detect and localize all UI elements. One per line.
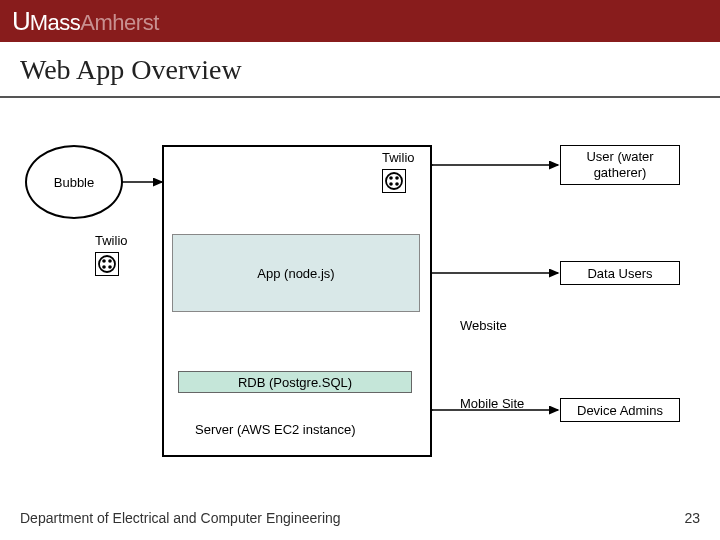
- header-bar: UMassAmherst: [0, 0, 720, 42]
- bubble-label: Bubble: [54, 175, 94, 190]
- mobile-site-label: Mobile Site: [460, 396, 524, 412]
- rdb-label: RDB (Postgre.SQL): [238, 375, 352, 390]
- svg-point-10: [99, 256, 115, 272]
- data-users-box: Data Users: [560, 261, 680, 285]
- svg-point-8: [389, 182, 393, 186]
- architecture-diagram: Bubble Twilio Twilio App (node.js) RDB (…: [0, 98, 720, 498]
- data-users-label: Data Users: [587, 266, 652, 281]
- page-number: 23: [684, 510, 700, 526]
- footer: Department of Electrical and Computer En…: [20, 510, 700, 526]
- svg-point-12: [108, 259, 112, 263]
- page-title: Web App Overview: [20, 54, 700, 86]
- title-section: Web App Overview: [0, 42, 720, 98]
- rdb-box: RDB (Postgre.SQL): [178, 371, 412, 393]
- twilio-top-label: Twilio: [382, 150, 415, 165]
- svg-point-13: [102, 265, 106, 269]
- svg-point-6: [389, 176, 393, 180]
- app-box: App (node.js): [172, 234, 420, 312]
- logo-amherst: Amherst: [80, 10, 158, 36]
- server-label: Server (AWS EC2 instance): [195, 422, 356, 437]
- device-admins-box: Device Admins: [560, 398, 680, 422]
- svg-point-7: [395, 176, 399, 180]
- twilio-left-label: Twilio: [95, 233, 128, 248]
- app-label: App (node.js): [257, 266, 334, 281]
- user-label: User (water gatherer): [561, 149, 679, 180]
- logo-u: U: [12, 6, 30, 37]
- svg-point-14: [108, 265, 112, 269]
- svg-point-9: [395, 182, 399, 186]
- svg-point-5: [386, 173, 402, 189]
- device-admins-label: Device Admins: [577, 403, 663, 418]
- mobile-text: Mobile Site: [460, 396, 524, 411]
- department-label: Department of Electrical and Computer En…: [20, 510, 341, 526]
- bubble-node: Bubble: [25, 145, 123, 219]
- website-label: Website: [460, 318, 507, 333]
- umass-logo: UMassAmherst: [12, 6, 159, 37]
- twilio-icon: [95, 252, 119, 276]
- twilio-icon: [382, 169, 406, 193]
- user-box: User (water gatherer): [560, 145, 680, 185]
- logo-mass: Mass: [30, 10, 81, 36]
- svg-point-11: [102, 259, 106, 263]
